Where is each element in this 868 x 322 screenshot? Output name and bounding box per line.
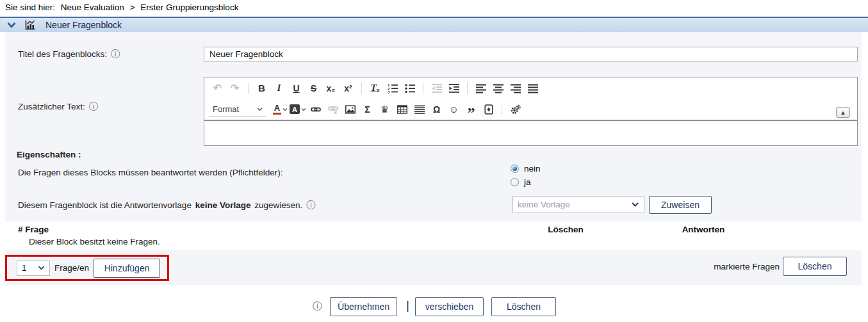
formula-sigma-icon[interactable]: Σ <box>359 101 375 117</box>
radio-label-ja: ja <box>524 177 531 187</box>
add-question-button[interactable]: Hinzufügen <box>94 259 160 278</box>
special-character-icon[interactable]: Ω <box>429 101 445 117</box>
align-right-icon[interactable] <box>507 80 523 96</box>
block-title-input[interactable] <box>204 47 858 61</box>
additional-text-label: Zusätzlicher Text:ⓘ <box>18 101 98 113</box>
mandatory-question-label: Die Fragen dieses Blocks müssen beantwor… <box>18 168 283 177</box>
question-count-select[interactable]: 1 <box>17 261 50 276</box>
template-sentence: Diesem Fragenblock ist die Antwortenvorl… <box>18 200 315 211</box>
add-question-unit-label: Frage/en <box>54 263 89 273</box>
unlink-icon[interactable] <box>325 101 341 117</box>
properties-heading: Eigenschaften : <box>17 150 81 159</box>
wiris-math-icon[interactable]: ♛ <box>377 101 393 117</box>
template-select[interactable]: keine Vorlage <box>512 196 644 213</box>
editor-content-area[interactable] <box>204 121 857 145</box>
template-info-icon[interactable]: ⓘ <box>306 200 315 211</box>
blockquote-icon[interactable]: ” <box>463 101 479 117</box>
marked-questions-label: markierte Fragen <box>714 262 780 271</box>
radio-ja[interactable] <box>511 178 519 186</box>
toolbar-separator <box>361 83 362 94</box>
italic-icon[interactable]: I <box>271 80 287 96</box>
toolbar-separator <box>248 83 249 94</box>
toolbar-separator <box>467 83 468 94</box>
apply-button[interactable]: Übernehmen <box>330 297 397 316</box>
question-block-panel: Titel des Fragenblocks:ⓘ Zusätzlicher Te… <box>5 32 862 285</box>
toolbar-separator <box>502 104 502 115</box>
numbered-list-icon[interactable]: 123 <box>384 80 400 96</box>
remove-format-icon[interactable]: Tx <box>367 80 383 96</box>
bold-icon[interactable]: B <box>254 80 270 96</box>
assign-template-button[interactable]: Zuweisen <box>649 196 712 214</box>
add-question-highlight-box: 1 Frage/en Hinzufügen <box>5 255 169 281</box>
footer-info-icon[interactable]: ⓘ <box>313 300 322 312</box>
page: Sie sind hier: Neue Evaluation > Erster … <box>0 0 868 322</box>
marked-questions-group: markierte Fragen Löschen <box>714 257 847 276</box>
image-icon[interactable] <box>342 101 358 117</box>
bg-color-icon[interactable]: A <box>290 101 306 117</box>
title-label: Titel des Fragenblocks:ⓘ <box>18 49 120 60</box>
align-center-icon[interactable] <box>490 80 506 96</box>
subscript-icon[interactable]: x₂ <box>323 80 339 96</box>
question-table: # Frage Löschen Antworten Dieser Block b… <box>5 221 862 250</box>
breadcrumb-separator: > <box>130 3 135 12</box>
radio-nein[interactable] <box>511 165 519 173</box>
redo-icon[interactable]: ↷ <box>227 80 243 96</box>
template-sentence-highlight: keine Vorlage <box>195 200 251 210</box>
additional-text-info-icon[interactable]: ⓘ <box>89 101 98 113</box>
block-title: Neuer Fragenblock <box>45 20 122 30</box>
editor-toolbar-row-1: ↶↷BIUSx₂x²Tx123 <box>204 77 857 99</box>
select-chevron-icon <box>38 264 45 271</box>
rich-text-editor: ↶↷BIUSx₂x²Tx123 FormatAAΣ♛Ω☺” ▲ <box>204 77 858 146</box>
question-block-chart-icon <box>25 20 35 30</box>
outdent-icon[interactable] <box>429 80 445 96</box>
radio-option-ja: ja <box>511 175 541 189</box>
question-count-value: 1 <box>22 263 26 273</box>
format-select[interactable]: Format <box>209 102 266 117</box>
horizontal-rule-icon[interactable] <box>411 101 427 117</box>
delete-marked-questions-button[interactable]: Löschen <box>783 257 847 276</box>
mandatory-radio-group: nein ja <box>511 162 541 189</box>
collapse-toolbar-button[interactable]: ▲ <box>836 107 850 118</box>
block-header-bar: Neuer Fragenblock <box>0 17 868 32</box>
breadcrumb-item-neue-evaluation[interactable]: Neue Evaluation <box>61 3 124 12</box>
delete-block-button[interactable]: Löschen <box>491 297 556 316</box>
link-icon[interactable] <box>307 101 323 117</box>
select-chevron-icon <box>631 200 639 209</box>
move-button[interactable]: verschieben <box>415 297 484 316</box>
column-header-frage: # Frage <box>18 225 49 234</box>
footer-separator: | <box>406 298 409 312</box>
indent-icon[interactable] <box>446 80 462 96</box>
justify-icon[interactable] <box>525 80 541 96</box>
breadcrumb-item-erster-gruppierungsblock[interactable]: Erster Gruppierungsblock <box>140 3 238 12</box>
title-info-icon[interactable]: ⓘ <box>111 49 120 60</box>
align-left-icon[interactable] <box>473 80 489 96</box>
svg-text:3: 3 <box>388 90 390 93</box>
empty-questions-message: Dieser Block besitzt keine Fragen. <box>29 237 160 246</box>
plugins-icon[interactable] <box>507 101 523 117</box>
toolbar-separator <box>423 83 423 94</box>
column-header-antworten: Antworten <box>665 225 742 234</box>
radio-option-nein: nein <box>511 162 541 175</box>
undo-icon[interactable]: ↶ <box>209 80 225 96</box>
superscript-icon[interactable]: x² <box>340 80 356 96</box>
templates-icon[interactable] <box>480 101 496 117</box>
text-color-icon[interactable]: A <box>272 101 288 117</box>
column-header-loeschen: Löschen <box>534 225 598 234</box>
collapse-chevron-icon[interactable] <box>6 20 17 30</box>
strikethrough-icon[interactable]: S <box>306 80 322 96</box>
underline-icon[interactable]: U <box>288 80 304 96</box>
editor-toolbar-row-2: FormatAAΣ♛Ω☺” <box>204 99 857 120</box>
breadcrumb: Sie sind hier: Neue Evaluation > Erster … <box>5 3 238 12</box>
bullet-list-icon[interactable] <box>402 80 418 96</box>
table-icon[interactable] <box>394 101 410 117</box>
breadcrumb-prefix: Sie sind hier: <box>5 3 55 12</box>
smiley-icon[interactable]: ☺ <box>446 101 462 117</box>
radio-label-nein: nein <box>524 164 541 173</box>
template-select-value: keine Vorlage <box>518 200 570 209</box>
